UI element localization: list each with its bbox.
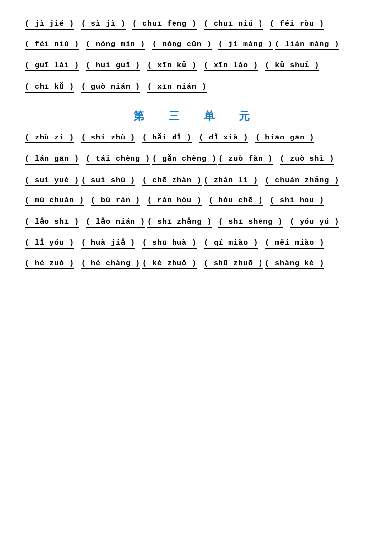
item: ( guò nián ) bbox=[81, 83, 140, 94]
item: ( huí guī ) bbox=[86, 61, 140, 73]
item-text: ( zuò fàn ) bbox=[218, 155, 273, 165]
item-text: ( guī lái ) bbox=[25, 61, 79, 71]
item: ( shī shēng ) bbox=[218, 218, 283, 229]
item: ( chuán zhǎng ) bbox=[265, 175, 339, 187]
item-text: ( chē zhàn ) bbox=[142, 176, 202, 186]
item: ( biāo gān ) bbox=[255, 134, 314, 145]
item-text: ( shū huà ) bbox=[142, 239, 197, 249]
item: ( mù chuán ) bbox=[25, 196, 84, 208]
item: ( xīn kǔ ) bbox=[147, 60, 197, 73]
item: ( chī kǔ ) bbox=[25, 82, 74, 94]
item: ( chuī fēng ) bbox=[132, 20, 197, 31]
item-text: ( huí guī ) bbox=[86, 61, 140, 71]
item-text: ( shī zhǎng ) bbox=[147, 217, 212, 228]
item-text: ( nóng mín ) bbox=[86, 40, 145, 50]
item-text: ( féi niú ) bbox=[25, 40, 79, 50]
item-text: ( hé chàng ) bbox=[81, 259, 140, 269]
item-text: ( chuī niú ) bbox=[204, 20, 263, 30]
item-text: ( lǎo shī ) bbox=[25, 217, 79, 228]
item-text: ( shū zhuō ) bbox=[204, 259, 263, 269]
item: ( shí zhù ) bbox=[81, 134, 135, 145]
item: ( hé zuò ) bbox=[25, 259, 74, 271]
item-text: ( mù chuán ) bbox=[25, 196, 84, 206]
item-text: ( hé zuò ) bbox=[25, 259, 74, 269]
item-text: ( kǔ shuǐ ) bbox=[265, 60, 319, 71]
item-text: ( shí zhù ) bbox=[81, 134, 135, 143]
item: ( hòu chē ) bbox=[209, 196, 263, 208]
item-text: ( lǐ yóu ) bbox=[25, 238, 74, 249]
item: ( lán gān ) bbox=[25, 155, 79, 166]
item: ( yóu yú ) bbox=[290, 218, 339, 229]
line-3: ( guī lái ) ( huí guī ) ( xīn kǔ ) ( xīn… bbox=[25, 60, 367, 73]
item-text: ( dǐ xià ) bbox=[199, 133, 248, 143]
item-text: ( suì shù ) bbox=[81, 176, 135, 186]
item: ( chuī niú ) bbox=[204, 20, 263, 31]
line-1: ( jì jié ) ( sì jì ) ( chuī fēng ) ( chu… bbox=[25, 20, 367, 31]
item: ( bù rán ) bbox=[91, 196, 140, 208]
item-text: ( zhàn lì ) bbox=[204, 176, 258, 186]
item: ( zuò shì ) bbox=[280, 155, 334, 166]
item: ( suì yuè ) bbox=[25, 176, 79, 187]
item-text: ( huà jiǎ ) bbox=[81, 238, 135, 249]
item-text: ( féi ròu ) bbox=[270, 20, 324, 30]
item-text: ( rán hòu ) bbox=[147, 196, 202, 206]
item: ( zhù zi ) bbox=[25, 134, 74, 145]
item: ( xīn láo ) bbox=[204, 61, 258, 73]
item-text: ( qí miào ) bbox=[204, 239, 258, 249]
item-text: ( suì yuè ) bbox=[25, 176, 79, 186]
s2-line-2: ( lán gān ) ( tái chèng ) ( gǎn chèng ) … bbox=[25, 154, 367, 166]
item-text: ( jí máng ) bbox=[218, 40, 273, 50]
item: ( lǐ yóu ) bbox=[25, 238, 74, 250]
item: ( shū zhuō ) bbox=[204, 259, 263, 271]
line-2: ( féi niú ) ( nóng mín ) ( nóng cūn ) ( … bbox=[25, 40, 367, 51]
item-text: ( kè zhuō ) bbox=[142, 259, 197, 269]
item-text: ( sì jì ) bbox=[81, 20, 126, 30]
item: ( shàng kè ) bbox=[265, 259, 324, 271]
item: ( féi niú ) bbox=[25, 40, 79, 51]
item-text: ( biāo gān ) bbox=[255, 134, 314, 143]
item-text: ( tái chèng ) bbox=[86, 155, 150, 165]
s2-line-6: ( lǐ yóu ) ( huà jiǎ ) ( shū huà ) ( qí … bbox=[25, 238, 367, 250]
item-text: ( lán gān ) bbox=[25, 155, 79, 165]
item-text: ( hòu chē ) bbox=[209, 196, 263, 206]
item-text: ( xīn láo ) bbox=[204, 61, 258, 71]
item: ( tái chèng ) bbox=[86, 155, 150, 166]
item: ( jí máng ) bbox=[218, 40, 273, 51]
item-text: ( guò nián ) bbox=[81, 83, 140, 92]
item: ( lián máng ) bbox=[275, 40, 339, 51]
item: ( xīn nián ) bbox=[147, 83, 207, 94]
section1: ( jì jié ) ( sì jì ) ( chuī fēng ) ( chu… bbox=[25, 20, 367, 94]
item-text: ( jì jié ) bbox=[25, 20, 74, 30]
item: ( chē zhàn ) bbox=[142, 176, 202, 187]
item-text: ( chuán zhǎng ) bbox=[265, 175, 339, 186]
item: ( nóng cūn ) bbox=[152, 40, 212, 51]
item: ( hé chàng ) bbox=[81, 259, 140, 271]
section2: 第 三 单 元 ( zhù zi ) ( shí zhù ) ( hǎi dǐ … bbox=[25, 109, 367, 271]
s2-line-4: ( mù chuán ) ( bù rán ) ( rán hòu ) ( hò… bbox=[25, 196, 367, 208]
s2-line-3: ( suì yuè ) ( suì shù ) ( chē zhàn ) ( z… bbox=[25, 175, 367, 187]
item-text: ( xīn kǔ ) bbox=[147, 60, 197, 71]
item: ( gǎn chèng ) bbox=[152, 154, 217, 166]
item-text: ( chī kǔ ) bbox=[25, 82, 74, 92]
section2-title: 第 三 单 元 bbox=[25, 109, 367, 124]
item: ( hǎi dǐ ) bbox=[142, 133, 192, 145]
item: ( kǔ shuǐ ) bbox=[265, 60, 319, 73]
item: ( guī lái ) bbox=[25, 61, 79, 73]
item: ( kè zhuō ) bbox=[142, 259, 197, 271]
s2-line-7: ( hé zuò ) ( hé chàng ) ( kè zhuō ) ( sh… bbox=[25, 259, 367, 271]
item-text: ( xīn nián ) bbox=[147, 83, 207, 92]
item: ( nóng mín ) bbox=[86, 40, 145, 51]
item-text: ( shī shēng ) bbox=[218, 218, 283, 228]
item-text: ( gǎn chèng ) bbox=[152, 154, 217, 165]
item-text: ( lián máng ) bbox=[275, 40, 339, 50]
item: ( lǎo shī ) bbox=[25, 217, 79, 229]
item-text: ( hǎi dǐ ) bbox=[142, 133, 192, 143]
item: ( qí miào ) bbox=[204, 239, 258, 250]
item-text: ( yóu yú ) bbox=[290, 218, 339, 228]
item: ( dǐ xià ) bbox=[199, 133, 248, 145]
item-text: ( bù rán ) bbox=[91, 196, 140, 206]
item: ( zhàn lì ) bbox=[204, 176, 258, 187]
item-text: ( zuò shì ) bbox=[280, 155, 334, 165]
line-4: ( chī kǔ ) ( guò nián ) ( xīn nián ) bbox=[25, 82, 367, 94]
item-text: ( chuī fēng ) bbox=[132, 20, 197, 30]
